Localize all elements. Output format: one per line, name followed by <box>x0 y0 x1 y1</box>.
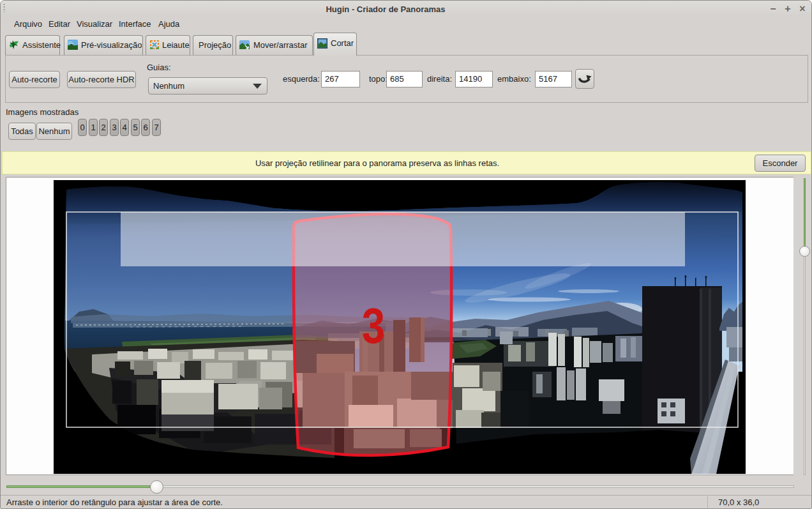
svg-text:GL: GL <box>68 41 74 45</box>
svg-text:3: 3 <box>362 298 385 354</box>
